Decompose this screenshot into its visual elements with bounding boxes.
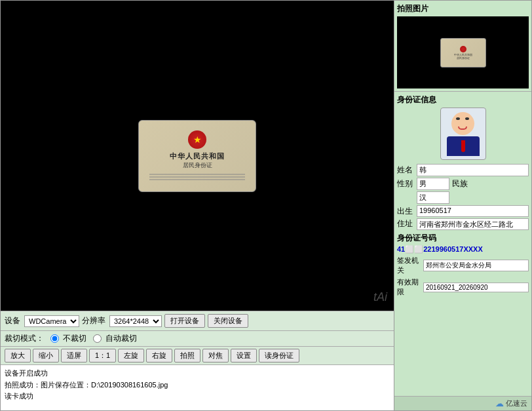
issue-org-row: 签发机关 郑州市公安局金水分局 <box>397 256 529 275</box>
validity-value: 20160921_20260920 <box>423 283 529 292</box>
validity-label: 有效期限 <box>397 277 423 297</box>
gender-label: 性别 <box>397 178 417 189</box>
left-panel: ★ 中华人民共和国 居民身份证 tAi 设备 WDCamera 分辨率 3264… <box>0 0 394 411</box>
no-crop-group: 不裁切 <box>50 333 86 344</box>
address-row: 住址 河南省郑州市金水区经二路北 <box>397 218 529 230</box>
action-bar: 放大 缩小 适屏 1：1 左旋 右旋 拍照 对焦 设置 读身份证 <box>1 346 394 364</box>
issue-org-value: 郑州市公安局金水分局 <box>423 260 529 271</box>
focus-button[interactable]: 对焦 <box>202 349 229 362</box>
log-line-3: 读卡成功 <box>5 391 390 402</box>
auto-crop-radio[interactable] <box>93 334 102 343</box>
name-label: 姓名 <box>397 165 417 176</box>
crop-bar: 裁切模式： 不裁切 自动裁切 <box>1 330 394 346</box>
no-crop-radio[interactable] <box>50 334 59 343</box>
birth-value: 19960517 <box>417 205 529 217</box>
avatar-tie <box>461 140 465 152</box>
photo-thumbnail: 中华人民共和国 居民身份证 <box>397 16 529 88</box>
avatar-body <box>447 136 480 156</box>
crop-mode-label: 裁切模式： <box>5 333 44 344</box>
avatar <box>440 108 486 160</box>
mini-id-card: 中华人民共和国 居民身份证 <box>440 38 486 68</box>
address-label: 住址 <box>397 218 417 229</box>
mini-emblem <box>460 46 466 52</box>
id-card-lines <box>144 172 250 182</box>
fit-screen-button[interactable]: 适屏 <box>61 349 87 362</box>
photo-section-title: 拍照图片 <box>397 3 529 14</box>
ethnicity-value: 汉 <box>417 191 449 204</box>
id-number-section: 身份证号码 41⬜⬜2219960517XXXX <box>397 233 529 254</box>
zoom-in-button[interactable]: 放大 <box>5 349 31 362</box>
bottom-brand: ☁ 亿速云 <box>394 396 531 410</box>
close-device-button[interactable]: 关闭设备 <box>208 314 248 328</box>
photo-button[interactable]: 拍照 <box>174 349 200 362</box>
mini-subtitle: 居民身份证 <box>457 56 470 60</box>
id-info-section: 身份证信息 姓名 韩 性别 男 <box>394 92 531 396</box>
id-card-preview: ★ 中华人民共和国 居民身份证 <box>138 120 256 192</box>
right-panel: 拍照图片 中华人民共和国 居民身份证 身份证信息 <box>394 0 532 411</box>
camera-view: ★ 中华人民共和国 居民身份证 tAi <box>1 1 394 311</box>
gender-value: 男 <box>417 178 449 190</box>
resolution-select[interactable]: 3264*2448 <box>109 315 162 327</box>
id-number-value: 41⬜⬜2219960517XXXX <box>397 245 529 254</box>
device-select[interactable]: WDCamera <box>24 315 79 327</box>
issue-org-label: 签发机关 <box>397 256 423 275</box>
avatar-mouth <box>458 127 467 130</box>
validity-row: 有效期限 20160921_20260920 <box>397 277 529 297</box>
read-id-button[interactable]: 读身份证 <box>259 349 299 362</box>
birth-label: 出生 <box>397 206 417 217</box>
log-line-2: 拍照成功：图片保存位置：D:\20190308161605.jpg <box>5 380 390 391</box>
zoom-out-button[interactable]: 缩小 <box>33 349 59 362</box>
brand-icon: ☁ <box>495 399 504 408</box>
ethnicity-label: 民族 <box>452 178 470 189</box>
id-card-subtitle: 居民身份证 <box>183 161 212 170</box>
name-value: 韩 <box>417 164 529 176</box>
open-device-button[interactable]: 打开设备 <box>164 314 205 328</box>
ethnicity-value-row: 汉 <box>397 191 529 204</box>
photo-section: 拍照图片 中华人民共和国 居民身份证 <box>394 1 531 92</box>
watermark-text: tAi <box>373 290 387 304</box>
avatar-face <box>451 112 474 135</box>
id-number-title: 身份证号码 <box>397 233 529 244</box>
device-label: 设备 <box>5 315 20 326</box>
auto-crop-group: 自动裁切 <box>93 333 137 344</box>
id-card-emblem: ★ <box>188 130 206 149</box>
birth-row: 出生 19960517 <box>397 205 529 217</box>
ratio-button[interactable]: 1：1 <box>89 349 116 362</box>
avatar-area <box>397 108 529 160</box>
id-card-title-cn: 中华人民共和国 <box>170 151 225 161</box>
address-value: 河南省郑州市金水区经二路北 <box>417 218 529 230</box>
auto-crop-label: 自动裁切 <box>105 333 137 344</box>
no-crop-label: 不裁切 <box>63 333 86 344</box>
brand-text: 亿速云 <box>506 399 527 408</box>
id-info-title: 身份证信息 <box>397 94 529 106</box>
settings-button[interactable]: 设置 <box>231 349 257 362</box>
resolution-label: 分辨率 <box>82 315 105 326</box>
gender-ethnicity-row: 性别 男 民族 <box>397 178 529 190</box>
name-row: 姓名 韩 <box>397 164 529 176</box>
rotate-left-button[interactable]: 左旋 <box>118 349 144 362</box>
controls-bar: 设备 WDCamera 分辨率 3264*2448 打开设备 关闭设备 <box>1 311 394 330</box>
rotate-right-button[interactable]: 右旋 <box>146 349 172 362</box>
log-area: 设备开启成功 拍照成功：图片保存位置：D:\20190308161605.jpg… <box>1 364 394 410</box>
log-line-1: 设备开启成功 <box>5 368 390 380</box>
